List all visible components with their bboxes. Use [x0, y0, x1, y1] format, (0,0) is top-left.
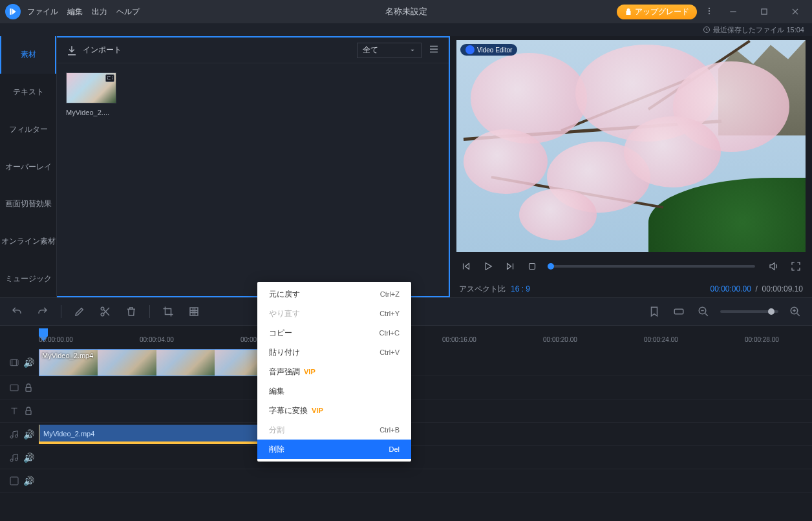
list-view-toggle[interactable] — [428, 43, 440, 57]
audio-clip-label: MyVideo_2.mp4 — [43, 430, 94, 438]
text-track-icon — [9, 406, 19, 416]
tab-transition[interactable]: 画面切替効果 — [0, 186, 56, 223]
last-saved-bar: 最近保存したファイル 15:04 — [0, 23, 812, 36]
mute-icon[interactable]: 🔊 — [23, 476, 34, 486]
close-button[interactable] — [784, 3, 807, 21]
minimize-button[interactable] — [721, 3, 745, 21]
zoom-in-button[interactable] — [787, 304, 803, 319]
time-total: 00:00:09.10 — [762, 284, 803, 293]
delete-button[interactable] — [123, 304, 139, 319]
context-menu-item[interactable]: 貼り付けCtrl+V — [257, 343, 411, 362]
context-menu-item[interactable]: 編集 — [257, 381, 411, 401]
fit-button[interactable] — [671, 304, 687, 319]
preview-canvas[interactable]: Video Editor — [456, 40, 806, 252]
context-menu-item[interactable]: 字幕に変換VIP — [257, 401, 411, 420]
media-panel: インポート 全て MyVideo_2.... — [57, 36, 450, 297]
redo-button[interactable] — [35, 304, 50, 319]
crop-button[interactable] — [160, 304, 176, 319]
media-filter-value: 全て — [363, 45, 378, 56]
svg-rect-22 — [10, 477, 18, 485]
next-frame-button[interactable] — [503, 259, 517, 273]
media-item[interactable]: MyVideo_2.... — [66, 72, 119, 116]
volume-button[interactable] — [767, 259, 781, 273]
zoom-slider[interactable] — [720, 310, 778, 313]
preview-progress[interactable] — [551, 265, 755, 268]
mute-icon[interactable]: 🔊 — [23, 357, 34, 368]
svg-point-2 — [709, 12, 710, 14]
marker-button[interactable] — [646, 304, 662, 319]
menu-file[interactable]: ファイル — [27, 6, 58, 17]
context-menu-item[interactable]: 削除Del — [257, 440, 411, 459]
ruler-tick: 00:00:24.00 — [644, 336, 678, 343]
svg-rect-19 — [10, 385, 18, 390]
mute-icon[interactable]: 🔊 — [23, 452, 34, 463]
edit-button[interactable] — [72, 304, 87, 319]
side-tabs: 素材 テキスト フィルター オーバーレイ 画面切替効果 オンライン素材 ミュージ… — [0, 36, 57, 297]
last-saved-text: 最近保存したファイル 15:04 — [713, 25, 804, 35]
aspect-value[interactable]: 16 : 9 — [511, 284, 530, 293]
preview-meta: アスペクト比 16 : 9 00:00:00.00 / 00:00:09.10 — [456, 281, 806, 297]
svg-point-12 — [101, 307, 104, 310]
lock-icon[interactable] — [23, 383, 34, 393]
video-track-icon — [9, 357, 19, 368]
playhead[interactable] — [39, 328, 48, 336]
play-button[interactable] — [481, 259, 495, 273]
svg-rect-11 — [529, 264, 535, 270]
time-current: 00:00:00.00 — [710, 284, 751, 293]
video-clip[interactable]: MyVideo_2.mp4 — [39, 349, 273, 376]
video-editor-badge: Video Editor — [460, 44, 517, 56]
split-button[interactable] — [98, 304, 113, 319]
maximize-button[interactable] — [753, 3, 776, 21]
more-menu-icon[interactable] — [705, 6, 714, 17]
svg-point-13 — [101, 313, 104, 316]
video-badge-icon — [105, 74, 114, 82]
mute-icon[interactable]: 🔊 — [23, 429, 34, 440]
menu-help[interactable]: ヘルプ — [116, 6, 140, 17]
menu-edit[interactable]: 編集 — [67, 6, 83, 17]
svg-rect-4 — [762, 9, 767, 14]
video-editor-badge-text: Video Editor — [477, 47, 512, 54]
media-item-label: MyVideo_2.... — [66, 109, 119, 116]
context-menu-item: 分割Ctrl+B — [257, 420, 411, 440]
media-grid: MyVideo_2.... — [57, 63, 449, 125]
media-filter-dropdown[interactable]: 全て — [357, 43, 422, 58]
import-button[interactable]: インポート — [66, 45, 122, 56]
svg-rect-15 — [674, 309, 683, 314]
menu-export[interactable]: 出力 — [92, 6, 107, 17]
upgrade-label: アップグレード — [635, 6, 689, 17]
lock-icon[interactable] — [23, 406, 34, 416]
svg-rect-18 — [10, 359, 18, 365]
context-menu-item[interactable]: 音声強調VIP — [257, 362, 411, 381]
video-clip-label: MyVideo_2.mp4 — [42, 352, 93, 359]
mosaic-button[interactable] — [186, 304, 202, 319]
undo-button[interactable] — [9, 304, 25, 319]
tab-online[interactable]: オンライン素材 — [0, 223, 56, 260]
tab-music[interactable]: ミュージック — [0, 260, 56, 297]
effect-track-icon — [9, 476, 19, 486]
preview-controls — [456, 252, 806, 281]
context-menu-item[interactable]: コピーCtrl+C — [257, 323, 411, 343]
context-menu-item[interactable]: 元に戻すCtrl+Z — [257, 284, 411, 304]
main-menu: ファイル 編集 出力 ヘルプ — [27, 6, 140, 17]
ruler-tick: 00:00:00.00 — [39, 336, 73, 343]
effect-track[interactable]: 🔊 — [0, 469, 812, 493]
stop-button[interactable] — [525, 259, 539, 273]
tab-filter[interactable]: フィルター — [0, 111, 56, 148]
prev-frame-button[interactable] — [459, 259, 473, 273]
chevron-down-icon — [409, 47, 416, 54]
zoom-out-button[interactable] — [696, 304, 711, 319]
aspect-label: アスペクト比 — [459, 284, 506, 295]
svg-point-1 — [709, 10, 710, 11]
import-label: インポート — [83, 45, 122, 56]
tab-overlay[interactable]: オーバーレイ — [0, 148, 56, 186]
svg-rect-14 — [190, 308, 198, 315]
tab-media[interactable]: 素材 — [0, 36, 56, 74]
preview-panel: Video Editor アスペクト比 16 : 9 00:00:00.00 /… — [450, 36, 812, 297]
fullscreen-button[interactable] — [789, 259, 803, 273]
audio-track-icon — [9, 452, 19, 463]
audio-clip[interactable]: MyVideo_2.mp4 — [39, 425, 273, 444]
ruler-tick: 00:00:20.00 — [543, 336, 577, 343]
pip-track-icon — [9, 383, 19, 393]
tab-text[interactable]: テキスト — [0, 74, 56, 111]
upgrade-button[interactable]: アップグレード — [617, 5, 697, 19]
